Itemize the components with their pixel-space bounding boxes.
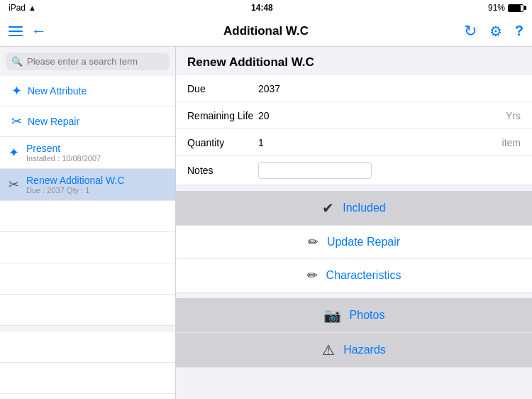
empty-row-1 bbox=[0, 201, 175, 232]
sidebar-item-present[interactable]: ✦ Present Installed : 10/08/2007 bbox=[0, 137, 175, 169]
form-section: Due 2037 Remaining Life 20 Yrs Quantity … bbox=[176, 75, 532, 185]
menu-button[interactable] bbox=[9, 26, 23, 36]
included-label: Included bbox=[343, 202, 386, 214]
back-button[interactable]: ← bbox=[31, 23, 47, 39]
warning-icon: ⚠ bbox=[322, 341, 335, 359]
camera-icon: 📷 bbox=[323, 307, 341, 324]
hazards-button[interactable]: ⚠ Hazards bbox=[176, 333, 532, 368]
new-attribute-label: New Attribute bbox=[28, 85, 87, 97]
new-attribute-button[interactable]: ✦ New Attribute bbox=[0, 76, 175, 106]
search-input[interactable] bbox=[27, 56, 164, 67]
photos-button[interactable]: 📷 Photos bbox=[176, 298, 532, 333]
renew-title: Renew Additional W.C bbox=[26, 175, 125, 186]
attribute-icon: ✦ bbox=[11, 83, 22, 99]
notes-label: Notes bbox=[187, 165, 258, 176]
characteristics-label: Characteristics bbox=[326, 269, 401, 282]
quantity-label: Quantity bbox=[187, 137, 258, 148]
due-label: Due bbox=[187, 83, 258, 94]
form-row-quantity: Quantity 1 item bbox=[176, 129, 532, 156]
quantity-value: 1 bbox=[258, 137, 497, 148]
present-icon: ✦ bbox=[9, 145, 19, 160]
remaining-life-unit: Yrs bbox=[506, 110, 521, 121]
refresh-icon[interactable]: ↻ bbox=[464, 22, 477, 40]
nav-title: Additional W.C bbox=[223, 24, 309, 38]
main-layout: 🔍 ✦ New Attribute ✂ New Repair ✦ Present… bbox=[0, 47, 532, 399]
renew-sub: Due : 2037 Qty : 1 bbox=[26, 186, 125, 195]
remaining-life-value: 20 bbox=[258, 110, 500, 121]
remaining-life-label: Remaining Life bbox=[187, 110, 258, 121]
new-repair-button[interactable]: ✂ New Repair bbox=[0, 106, 175, 137]
checkmark-icon: ✔ bbox=[322, 200, 334, 217]
photos-label: Photos bbox=[350, 309, 385, 322]
empty-row-4 bbox=[0, 295, 175, 326]
new-repair-label: New Repair bbox=[28, 116, 79, 127]
device-label: iPad bbox=[9, 3, 26, 13]
nav-bar: ← Additional W.C ↻ ⚙ ? bbox=[0, 16, 532, 47]
present-sub: Installed : 10/08/2007 bbox=[26, 154, 101, 163]
quantity-unit: item bbox=[502, 137, 521, 148]
wifi-indicator: ▲ bbox=[28, 4, 36, 12]
due-value: 2037 bbox=[258, 83, 521, 94]
empty-row-3 bbox=[0, 263, 175, 295]
empty-row-5 bbox=[0, 332, 175, 363]
settings-icon[interactable]: ⚙ bbox=[489, 23, 502, 40]
repair-icon: ✂ bbox=[11, 114, 22, 129]
status-bar: iPad ▲ 14:48 91% bbox=[0, 0, 532, 16]
battery-pct: 91% bbox=[488, 3, 505, 13]
empty-row-6 bbox=[0, 363, 175, 394]
sidebar-gap bbox=[0, 326, 175, 332]
form-row-due: Due 2037 bbox=[176, 75, 532, 102]
right-panel: Renew Additional W.C Due 2037 Remaining … bbox=[176, 47, 532, 399]
help-icon[interactable]: ? bbox=[515, 23, 523, 39]
form-row-notes: Notes bbox=[176, 156, 532, 185]
panel-title: Renew Additional W.C bbox=[176, 47, 532, 75]
edit-pencil-icon: ✏ bbox=[308, 234, 318, 250]
empty-row-7 bbox=[0, 394, 175, 399]
renew-icon: ✂ bbox=[9, 177, 19, 192]
time-display: 14:48 bbox=[251, 3, 273, 13]
characteristics-button[interactable]: ✏ Characteristics bbox=[176, 259, 532, 293]
form-row-remaining-life: Remaining Life 20 Yrs bbox=[176, 102, 532, 129]
search-box[interactable]: 🔍 bbox=[6, 53, 170, 70]
sidebar-item-renew-wc[interactable]: ✂ Renew Additional W.C Due : 2037 Qty : … bbox=[0, 169, 175, 201]
hazards-label: Hazards bbox=[343, 344, 386, 356]
sidebar-items: ✦ Present Installed : 10/08/2007 ✂ Renew… bbox=[0, 137, 175, 399]
included-button[interactable]: ✔ Included bbox=[176, 191, 532, 226]
characteristics-icon: ✏ bbox=[307, 268, 318, 283]
notes-input[interactable] bbox=[258, 162, 372, 179]
update-repair-button[interactable]: ✏ Update Repair bbox=[176, 226, 532, 259]
present-title: Present bbox=[26, 143, 101, 154]
update-repair-label: Update Repair bbox=[327, 236, 400, 248]
empty-row-2 bbox=[0, 232, 175, 263]
photos-hazards-group: 📷 Photos ⚠ Hazards bbox=[176, 298, 532, 368]
sidebar: 🔍 ✦ New Attribute ✂ New Repair ✦ Present… bbox=[0, 47, 176, 399]
search-icon: 🔍 bbox=[11, 56, 23, 67]
action-buttons: ✔ Included ✏ Update Repair ✏ Characteris… bbox=[176, 191, 532, 293]
battery-icon bbox=[508, 4, 523, 12]
